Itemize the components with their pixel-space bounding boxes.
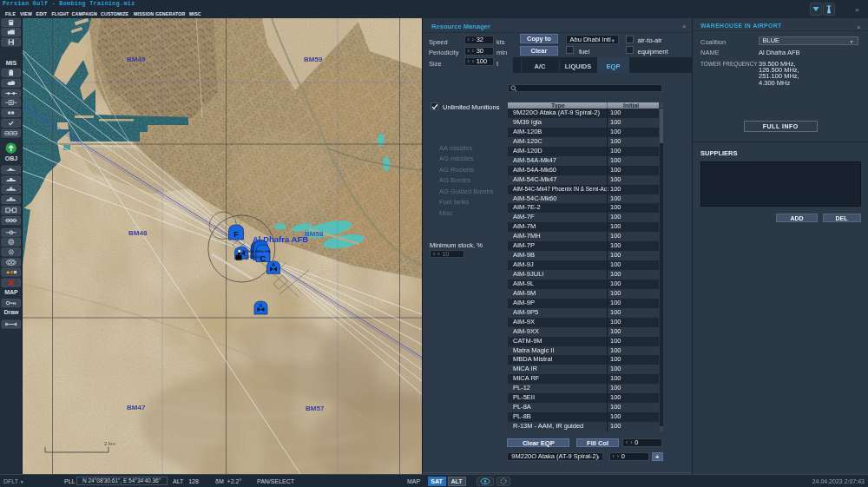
svg-text:C: C: [260, 253, 266, 263]
svg-text:MAP: MAP: [4, 289, 18, 295]
svg-text:OBJ: OBJ: [5, 155, 18, 161]
svg-text:MIS: MIS: [6, 60, 17, 66]
svg-text:38-104.7MHz MA: 38-104.7MHz MA: [242, 249, 271, 253]
svg-text:F: F: [233, 230, 239, 239]
svg-text:A: A: [272, 262, 275, 267]
svg-text:BM47: BM47: [127, 404, 146, 411]
svg-text:BM59: BM59: [304, 56, 323, 63]
svg-text:Draw: Draw: [3, 309, 19, 315]
svg-text:BM48: BM48: [128, 229, 148, 237]
svg-text:Al Dhafra AFB: Al Dhafra AFB: [253, 234, 308, 244]
svg-text:C17 0-0.4: C17 0-0.4: [245, 254, 261, 259]
svg-text:BM57: BM57: [306, 405, 325, 412]
svg-text:A: A: [260, 303, 263, 308]
svg-text:BM49: BM49: [127, 56, 146, 63]
svg-text:2 km: 2 km: [104, 441, 115, 446]
